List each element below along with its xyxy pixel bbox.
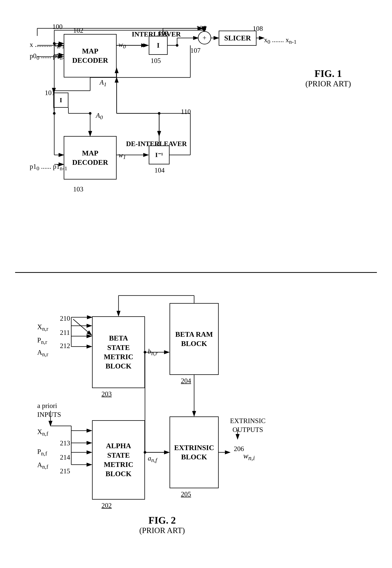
ref-105: 105 [151,57,161,65]
anr-label: An,r [37,348,48,358]
svg-point-27 [176,44,178,47]
anf-sig-label: an,f [148,454,157,463]
ref-205: 205 [181,490,191,498]
svg-line-44 [54,108,54,113]
ref-107: 107 [190,46,200,55]
ref-202: 202 [101,501,112,509]
beta-ram-box: BETA RAMBLOCK [169,303,219,375]
pnr-label: Pn,r [37,336,47,345]
interleaver-box: I [149,36,168,55]
ref-104: 104 [154,166,165,174]
wni-label: wn,i [243,451,255,462]
extrinsic-outputs-label: EXTRINSICOUTPUTS [230,416,266,434]
alpha-state-metric-box: ALPHASTATEMETRICBLOCK [92,420,145,499]
w1-label: w1 [118,151,126,160]
ref-203: 203 [101,390,112,398]
svg-point-42 [158,112,160,115]
ref-211: 211 [60,329,70,336]
pnf-label: Pn,f [37,448,47,457]
ref-108: 108 [253,25,263,32]
ref-110: 110 [181,108,191,116]
svg-point-34 [89,112,91,115]
map-decoder-2-box: MAPDECODER [64,136,117,180]
x-input-label: x .......... xn-1 [30,41,64,50]
a1-label: A1 [100,78,107,87]
interleaver-i-box: I [53,93,69,108]
apriori-label: a prioriINPUTS [37,401,61,419]
ref-206: 206 [234,445,244,453]
x0-output-label: x0 ....... xn-1 [264,36,296,45]
ref-103: 103 [73,185,83,193]
fig1-title: FIG. 1 (PRIOR ART) [306,68,351,88]
p1-input-label: p10 ...... p1n-1 [30,163,67,172]
xnr-label: Xn,r [37,323,48,332]
fig2-diagram: BETASTATEMETRICBLOCK 203 BETA RAMBLOCK 2… [26,288,366,568]
p0-input-label: p00 ...... p0n-1 [30,52,67,61]
ref-212: 212 [60,342,70,350]
beta-state-metric-box: BETASTATEMETRICBLOCK [92,316,145,388]
a0-label: A0 [96,111,103,121]
ref-204: 204 [181,377,191,385]
ref-214: 214 [60,453,70,461]
ref-215: 215 [60,467,70,475]
ref-100: 100 [52,23,63,31]
ref-102: 102 [73,27,83,34]
ref-109: 109 [158,29,168,37]
ref-213: 213 [60,439,70,447]
slicer-box: SLICER [219,31,256,46]
ref-106: 106 [196,24,206,32]
divider [15,272,377,273]
sum-circle: + [198,31,211,44]
svg-line-55 [73,319,92,335]
bnr-label: bn,r [148,347,158,357]
anf-label: An,f [37,461,48,470]
w0-label: w0 [118,41,126,50]
fig1-diagram: 100 x .......... xn-1 p00 ...... p0n-1 M… [26,11,366,257]
deinterleaver-box: I⁻¹ [149,145,169,164]
fig2-title: FIG. 2 (PRIOR ART) [139,515,185,535]
extrinsic-box: EXTRINSICBLOCK [169,416,219,488]
page: 100 x .......... xn-1 p00 ...... p0n-1 M… [0,0,392,568]
xnf-label: Xn,f [37,428,48,437]
map-decoder-1-box: MAPDECODER [64,34,117,77]
svg-point-45 [53,112,56,115]
ref-210: 210 [60,314,70,322]
